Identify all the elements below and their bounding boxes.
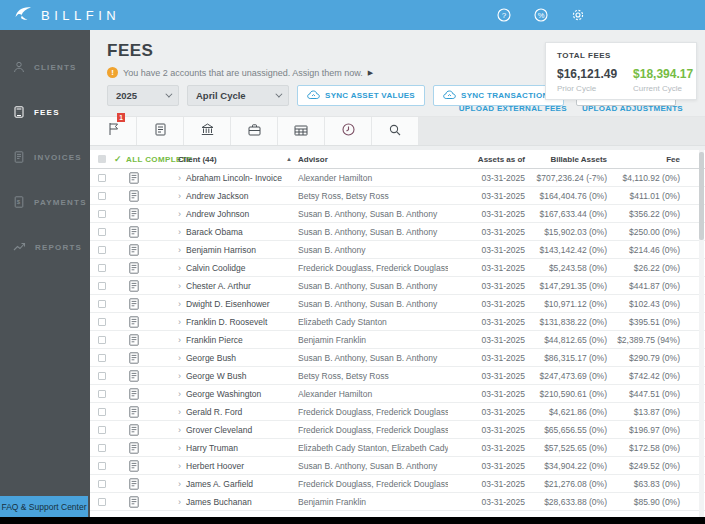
client-cell[interactable]: › Andrew Jackson (154, 191, 298, 201)
sidebar-item-reports[interactable]: REPORTS (0, 225, 90, 270)
row-checkbox[interactable] (98, 174, 106, 182)
invoice-status-icon[interactable] (114, 262, 154, 274)
client-cell[interactable]: › Chester A. Arthur (154, 281, 298, 291)
upload-adjustments-link[interactable]: UPLOAD ADJUSTMENTS (582, 104, 683, 113)
expand-chevron-icon[interactable]: › (178, 335, 181, 345)
row-checkbox[interactable] (98, 210, 106, 218)
table-row[interactable]: › Harry Truman Elizabeth Cady Stanton, E… (90, 439, 705, 457)
table-row[interactable]: › Abraham Lincoln- Invoice Alexander Ham… (90, 169, 705, 187)
table-row[interactable]: › Benjamin Harrison Susan B. Anthony 03-… (90, 241, 705, 259)
client-cell[interactable]: › Abraham Lincoln- Invoice (154, 173, 298, 183)
table-row[interactable]: › Franklin Pierce Benjamin Franklin 03-3… (90, 331, 705, 349)
expand-chevron-icon[interactable]: › (178, 425, 181, 435)
expand-chevron-icon[interactable]: › (178, 371, 181, 381)
invoice-status-icon[interactable] (114, 424, 154, 436)
invoice-status-icon[interactable] (114, 226, 154, 238)
expand-chevron-icon[interactable]: › (178, 407, 181, 417)
sync-asset-values-button[interactable]: SYNC ASSET VALUES (297, 85, 425, 106)
expand-chevron-icon[interactable]: › (178, 281, 181, 291)
table-row[interactable]: › Chester A. Arthur Susan B. Anthony, Su… (90, 277, 705, 295)
row-checkbox[interactable] (98, 228, 106, 236)
all-complete-filter[interactable]: ✓ ALL COMPLETE (114, 154, 178, 164)
client-cell[interactable]: › Harry Truman (154, 443, 298, 453)
help-icon[interactable]: ? (497, 8, 511, 22)
invoice-status-icon[interactable] (114, 496, 154, 508)
row-checkbox[interactable] (98, 408, 106, 416)
column-header-advisor[interactable]: Advisor (298, 155, 448, 164)
expand-chevron-icon[interactable]: › (178, 443, 181, 453)
sidebar-item-payments[interactable]: $ PAYMENTS (0, 180, 90, 225)
table-row[interactable]: › Gerald R. Ford Frederick Douglass, Fre… (90, 403, 705, 421)
table-row[interactable]: › James A. Garfield Frederick Douglass, … (90, 475, 705, 493)
invoice-status-icon[interactable] (114, 442, 154, 454)
invoice-status-icon[interactable] (114, 352, 154, 364)
column-header-billable-assets[interactable]: Billable Assets (525, 155, 607, 164)
expand-chevron-icon[interactable]: › (178, 479, 181, 489)
client-cell[interactable]: › Benjamin Harrison (154, 245, 298, 255)
invoice-status-icon[interactable] (114, 172, 154, 184)
invoice-status-icon[interactable] (114, 244, 154, 256)
client-cell[interactable]: › Grover Cleveland (154, 425, 298, 435)
client-cell[interactable]: › James A. Garfield (154, 479, 298, 489)
sidebar-item-clients[interactable]: CLIENTS (0, 45, 90, 90)
client-cell[interactable]: › Gerald R. Ford (154, 407, 298, 417)
vertical-scrollbar[interactable] (699, 150, 704, 517)
portfolio-filter-button[interactable] (231, 117, 278, 145)
history-filter-button[interactable] (325, 117, 372, 145)
table-row[interactable]: › Dwight D. Eisenhower Susan B. Anthony,… (90, 295, 705, 313)
expand-chevron-icon[interactable]: › (178, 497, 181, 507)
row-checkbox[interactable] (98, 300, 106, 308)
year-select[interactable]: 2025 (107, 85, 179, 106)
spreadsheet-filter-button[interactable] (278, 117, 325, 145)
sidebar-item-invoices[interactable]: INVOICES (0, 135, 90, 180)
table-row[interactable]: › Grover Cleveland Frederick Douglass, F… (90, 421, 705, 439)
invoice-status-icon[interactable] (114, 334, 154, 346)
column-header-client[interactable]: Client (44) ▲ (178, 155, 298, 164)
table-row[interactable]: › Andrew Johnson Susan B. Anthony, Susan… (90, 205, 705, 223)
expand-chevron-icon[interactable]: › (178, 209, 181, 219)
expand-chevron-icon[interactable]: › (178, 173, 181, 183)
row-checkbox[interactable] (98, 318, 106, 326)
scrollbar-thumb[interactable] (699, 152, 704, 240)
select-all-checkbox[interactable] (98, 155, 106, 163)
expand-chevron-icon[interactable]: › (178, 299, 181, 309)
expand-chevron-icon[interactable]: › (178, 353, 181, 363)
client-cell[interactable]: › George Washington (154, 389, 298, 399)
expand-chevron-icon[interactable]: › (178, 317, 181, 327)
row-checkbox[interactable] (98, 336, 106, 344)
table-row[interactable]: › Andrew Jackson Betsy Ross, Betsy Ross … (90, 187, 705, 205)
client-cell[interactable]: › Calvin Coolidge (154, 263, 298, 273)
expand-chevron-icon[interactable]: › (178, 245, 181, 255)
row-checkbox[interactable] (98, 354, 106, 362)
table-row[interactable]: › Barack Obama Susan B. Anthony, Susan B… (90, 223, 705, 241)
sidebar-item-fees[interactable]: FEES (0, 90, 90, 135)
notice-arrow-icon[interactable]: ▶ (368, 69, 373, 77)
column-header-assets-as-of[interactable]: Assets as of (448, 155, 525, 164)
search-button[interactable] (372, 117, 419, 145)
upload-external-fees-link[interactable]: UPLOAD EXTERNAL FEES (459, 104, 567, 113)
client-cell[interactable]: › George Bush (154, 353, 298, 363)
cycle-select[interactable]: April Cycle (187, 85, 289, 106)
expand-chevron-icon[interactable]: › (178, 263, 181, 273)
table-row[interactable]: › George Bush Susan B. Anthony, Susan B.… (90, 349, 705, 367)
invoice-status-icon[interactable] (114, 478, 154, 490)
row-checkbox[interactable] (98, 462, 106, 470)
client-cell[interactable]: › Andrew Johnson (154, 209, 298, 219)
row-checkbox[interactable] (98, 390, 106, 398)
percent-icon[interactable]: % (534, 8, 548, 22)
faq-support-link[interactable]: FAQ & Support Center (0, 496, 88, 517)
row-checkbox[interactable] (98, 264, 106, 272)
document-filter-button[interactable] (137, 117, 184, 145)
expand-chevron-icon[interactable]: › (178, 461, 181, 471)
invoice-status-icon[interactable] (114, 460, 154, 472)
table-row[interactable]: › Herbert Hoover Susan B. Anthony, Susan… (90, 457, 705, 475)
table-row[interactable]: › Calvin Coolidge Frederick Douglass, Fr… (90, 259, 705, 277)
settings-icon[interactable] (571, 8, 585, 22)
invoice-status-icon[interactable] (114, 190, 154, 202)
row-checkbox[interactable] (98, 192, 106, 200)
row-checkbox[interactable] (98, 372, 106, 380)
invoice-status-icon[interactable] (114, 406, 154, 418)
client-cell[interactable]: › Herbert Hoover (154, 461, 298, 471)
row-checkbox[interactable] (98, 282, 106, 290)
accounts-filter-button[interactable] (184, 117, 231, 145)
